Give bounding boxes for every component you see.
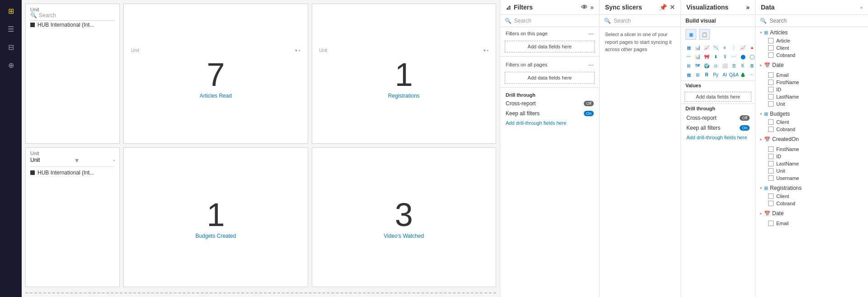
add-data-fields-2-btn[interactable]: Add data fields here <box>505 72 595 84</box>
field-email-1-label: Email <box>776 72 789 78</box>
field-client-reg[interactable]: Client <box>755 193 868 200</box>
sidebar-icon-analytics[interactable]: ⊕ <box>4 58 18 72</box>
slicer-list-item-2[interactable]: HUB International (Int... <box>30 169 115 177</box>
viz-icon-100-column[interactable]: ⋮ <box>730 43 738 52</box>
field-id-budgets[interactable]: ID <box>755 153 868 160</box>
slicer-search-1[interactable]: 🔍 Search <box>30 12 115 21</box>
sync-pin-icon[interactable]: 📌 <box>659 4 667 11</box>
email-fields-group: Email FirstName ID LastName Unit <box>755 71 868 108</box>
viz-icon-100-bar[interactable]: ≡ <box>721 43 729 52</box>
field-email-1[interactable]: Email <box>755 71 868 79</box>
sync-search-bar[interactable]: 🔍 Search <box>600 15 680 27</box>
reg-unit-arrow[interactable]: ▾ ▪ <box>483 48 488 53</box>
viz-icon-decomp[interactable]: 🌲 <box>739 71 747 79</box>
viz-icon-map[interactable]: 🗺 <box>694 61 702 70</box>
viz-expand-icon[interactable]: » <box>746 4 750 11</box>
canvas-row-1: Unit 🔍 Search HUB International (Int... … <box>25 4 496 144</box>
filters-eye-icon[interactable]: 👁 <box>581 4 587 11</box>
createdon-group-header[interactable]: ▸ 📅 CreatedOn <box>755 135 868 144</box>
data-search-bar[interactable]: 🔍 <box>755 15 868 27</box>
slicer-dropdown-arrow-2[interactable]: ▾ <box>75 156 79 165</box>
field-cobrand-reg[interactable]: Cobrand <box>755 200 868 207</box>
cross-report-toggle[interactable]: Off <box>584 101 594 106</box>
viz-table-icon[interactable]: ▦ <box>685 29 696 40</box>
reg-date-group-header[interactable]: ▸ 📅 Date <box>755 209 868 218</box>
viz-icon-line-stacked[interactable]: 〰 <box>685 52 693 61</box>
field-cobrand-budgets[interactable]: Cobrand <box>755 126 868 133</box>
slicer-dropdown-row-2[interactable]: Unit ▾ ▪ <box>30 156 115 167</box>
viz-icon-kpi[interactable]: K <box>739 61 747 70</box>
sidebar-icon-home[interactable]: ⊞ <box>4 4 18 18</box>
viz-icon-py[interactable]: Py <box>712 71 720 79</box>
viz-keep-all-toggle[interactable]: On <box>740 125 750 131</box>
field-email-reg[interactable]: Email <box>755 220 868 227</box>
viz-icon-scatter[interactable]: ⋯ <box>730 52 738 61</box>
articles-group-header[interactable]: ▾ ⊞ Articles <box>755 28 868 37</box>
field-article-checkbox <box>768 38 774 43</box>
slicer-unit-1[interactable]: Unit 🔍 Search HUB International (Int... <box>25 4 120 144</box>
viz-icon-pie[interactable]: ⬤ <box>739 52 747 61</box>
registrations-card: Unit ▾ ▪ 1 Registrations <box>312 4 496 144</box>
viz-icon-stacked-bar[interactable]: ▦ <box>685 43 693 52</box>
viz-cross-report-toggle[interactable]: Off <box>740 115 750 121</box>
field-lastname-budgets[interactable]: LastName <box>755 160 868 167</box>
viz-icons-grid: ▦ 📊 📈 📉 ≡ ⋮ 📈 🔺 〰 📊 🎀 ⬇ ⊽ ⋯ ⬤ ◯ ⊞ 🗺 🌍 ⊙ … <box>681 42 755 80</box>
viz-icon-waterfall[interactable]: ⬇ <box>712 52 720 61</box>
field-cobrand-articles-label: Cobrand <box>776 52 795 58</box>
viz-icon-funnel[interactable]: ⊽ <box>721 52 729 61</box>
field-firstname-1[interactable]: FirstName <box>755 79 868 86</box>
data-panel-collapse-icon[interactable]: » <box>860 5 863 10</box>
viz-icon-stacked-column[interactable]: 📈 <box>703 43 711 52</box>
viz-build-visual-label: Build visual <box>681 15 755 27</box>
budgets-group-header[interactable]: ▾ ⊞ Budgets <box>755 109 868 118</box>
articles-unit-arrow[interactable]: ▾ ▪ <box>295 48 300 53</box>
viz-icon-r[interactable]: R <box>703 71 711 79</box>
sync-close-icon[interactable]: ✕ <box>670 4 675 11</box>
date-group-header[interactable]: ▸ 📅 Date <box>755 61 868 70</box>
field-client-budgets[interactable]: Client <box>755 118 868 126</box>
viz-icon-clustered-bar[interactable]: 📊 <box>694 43 702 52</box>
field-lastname-1[interactable]: LastName <box>755 93 868 100</box>
filters-all-pages-more[interactable]: ··· <box>588 61 594 68</box>
viz-icon-line[interactable]: 📈 <box>739 43 747 52</box>
field-unit-1[interactable]: Unit <box>755 100 868 108</box>
viz-icon-ai[interactable]: AI <box>721 71 729 79</box>
field-unit-budgets[interactable]: Unit <box>755 167 868 174</box>
field-article[interactable]: Article <box>755 37 868 44</box>
filters-search-bar[interactable]: 🔍 Search <box>500 15 599 27</box>
viz-icon-treemap[interactable]: ⊞ <box>685 61 693 70</box>
viz-icon-qa[interactable]: Q&A <box>730 71 738 79</box>
field-firstname-budgets[interactable]: FirstName <box>755 146 868 153</box>
field-cobrand-articles[interactable]: Cobrand <box>755 52 868 59</box>
filters-this-page-more[interactable]: ··· <box>588 30 594 37</box>
viz-icon-gauge[interactable]: ⊙ <box>712 61 720 70</box>
viz-icon-filled-map[interactable]: 🌍 <box>703 61 711 70</box>
viz-build-icon[interactable]: 📋 <box>699 29 710 40</box>
slicer-list-item-1[interactable]: HUB International (Int... <box>30 21 115 29</box>
data-search-input[interactable] <box>769 18 863 24</box>
viz-icon-matrix[interactable]: ⊞ <box>694 71 702 79</box>
keep-all-filters-toggle[interactable]: On <box>584 111 594 116</box>
viz-title: Visualizations <box>686 4 728 11</box>
add-data-fields-1-btn[interactable]: Add data fields here <box>505 41 595 52</box>
viz-icon-ribbon[interactable]: 🎀 <box>703 52 711 61</box>
viz-panel: Visualizations » Build visual ▦ 📋 ▦ 📊 📈 … <box>680 0 755 297</box>
viz-add-drill-link[interactable]: Add drill-through fields here <box>681 133 755 142</box>
viz-icon-line-clustered[interactable]: 📊 <box>694 52 702 61</box>
viz-icon-card[interactable]: ⬜ <box>721 61 729 70</box>
filter-icon: ⊿ <box>506 4 511 11</box>
sidebar-icon-bookmarks[interactable]: ⊟ <box>4 40 18 54</box>
field-id-1[interactable]: ID <box>755 86 868 93</box>
field-client-articles[interactable]: Client <box>755 44 868 52</box>
slicer-unit-2[interactable]: Unit Unit ▾ ▪ HUB International (Int... <box>25 147 120 288</box>
field-id-1-label: ID <box>776 87 781 92</box>
registrations-group-header[interactable]: ▾ ⊞ Registrations <box>755 184 868 193</box>
filters-expand-icon[interactable]: » <box>590 4 594 11</box>
sidebar-icon-pages[interactable]: ☰ <box>4 22 18 36</box>
field-username-budgets[interactable]: Username <box>755 174 868 182</box>
viz-icon-multi-row[interactable]: ☰ <box>730 61 738 70</box>
viz-icon-clustered-column[interactable]: 📉 <box>712 43 720 52</box>
viz-add-values-btn[interactable]: Add data fields here <box>685 92 751 102</box>
add-drill-through-link[interactable]: Add drill-through fields here <box>500 118 599 127</box>
viz-icon-table[interactable]: ▦ <box>685 71 693 79</box>
